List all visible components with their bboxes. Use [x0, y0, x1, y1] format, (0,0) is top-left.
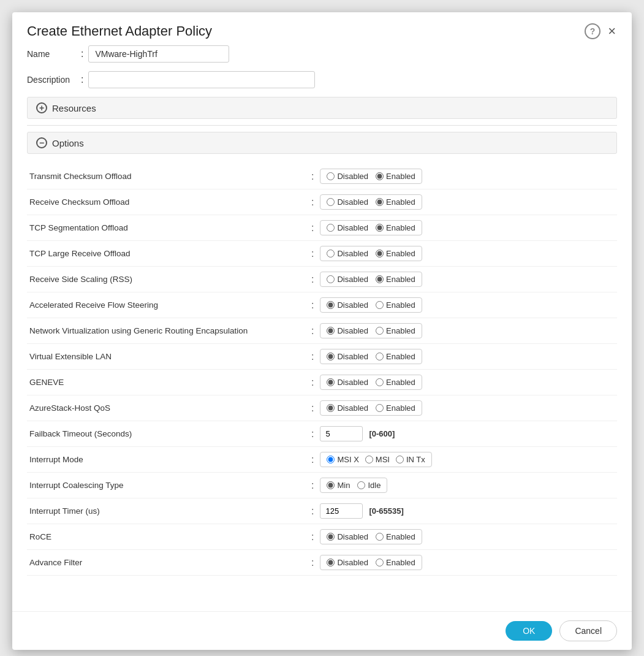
- receive-checksum-radio-group: Disabled Enabled: [320, 194, 422, 210]
- description-colon: :: [81, 74, 83, 85]
- options-content: Transmit Checksum Offload : Disabled Ena…: [27, 160, 617, 576]
- transmit-checksum-enabled-radio[interactable]: [376, 172, 384, 180]
- advance-filter-disabled-radio[interactable]: [327, 559, 335, 566]
- header-icons: ? ×: [585, 23, 617, 39]
- azurestack-qos-enabled-label[interactable]: Enabled: [376, 403, 415, 413]
- roce-disabled-radio[interactable]: [327, 533, 335, 541]
- description-input[interactable]: [88, 71, 315, 88]
- cancel-button[interactable]: Cancel: [559, 620, 617, 641]
- accelerated-receive-label: Accelerated Receive Flow Steering: [27, 300, 309, 310]
- resources-section-header[interactable]: + Resources: [27, 97, 617, 119]
- interrupt-timer-row: Interrupt Timer (us) : [0-65535]: [27, 498, 617, 524]
- accelerated-receive-enabled-radio[interactable]: [376, 301, 384, 309]
- accelerated-receive-enabled-label[interactable]: Enabled: [376, 300, 415, 310]
- transmit-checksum-enabled-label[interactable]: Enabled: [376, 172, 415, 181]
- interrupt-mode-msi-radio[interactable]: [365, 456, 373, 463]
- tcp-large-receive-radio-group: Disabled Enabled: [320, 246, 422, 261]
- advance-filter-label: Advance Filter: [27, 558, 309, 567]
- interrupt-mode-msix-radio[interactable]: [327, 456, 335, 463]
- azurestack-qos-label: AzureStack-Host QoS: [27, 403, 309, 413]
- virtual-extensible-radio-group: Disabled Enabled: [320, 349, 422, 364]
- advance-filter-row: Advance Filter : Disabled Enabled: [27, 550, 617, 576]
- azurestack-qos-disabled-label[interactable]: Disabled: [327, 403, 368, 413]
- interrupt-coalescing-label: Interrupt Coalescing Type: [27, 481, 309, 490]
- interrupt-coalescing-min-radio[interactable]: [327, 481, 335, 489]
- dialog-body: Name : Description : + Resources − Optio…: [12, 45, 632, 611]
- geneve-disabled-radio[interactable]: [327, 378, 335, 386]
- tcp-segmentation-enabled-radio[interactable]: [376, 224, 384, 232]
- interrupt-mode-msi-label[interactable]: MSI: [365, 455, 390, 464]
- interrupt-timer-input[interactable]: [320, 503, 363, 519]
- interrupt-mode-intx-label[interactable]: IN Tx: [396, 455, 425, 464]
- virtual-extensible-enabled-radio[interactable]: [376, 353, 384, 360]
- tcp-large-receive-disabled-label[interactable]: Disabled: [327, 249, 368, 258]
- receive-side-scaling-disabled-label[interactable]: Disabled: [327, 275, 368, 284]
- advance-filter-enabled-label[interactable]: Enabled: [376, 558, 415, 567]
- receive-checksum-enabled-label[interactable]: Enabled: [376, 197, 415, 207]
- tcp-segmentation-disabled-radio[interactable]: [327, 224, 335, 232]
- azurestack-qos-disabled-radio[interactable]: [327, 404, 335, 412]
- help-button[interactable]: ?: [585, 23, 600, 39]
- name-label: Name: [27, 49, 76, 59]
- network-virtualization-enabled-radio[interactable]: [376, 327, 384, 335]
- accelerated-receive-disabled-radio[interactable]: [327, 301, 335, 309]
- transmit-checksum-disabled-radio[interactable]: [327, 172, 335, 180]
- virtual-extensible-enabled-label[interactable]: Enabled: [376, 352, 415, 361]
- geneve-enabled-radio[interactable]: [376, 378, 384, 386]
- options-collapse-icon: −: [36, 137, 47, 148]
- interrupt-coalescing-radio-group: Min Idle: [320, 478, 387, 493]
- transmit-checksum-disabled-label[interactable]: Disabled: [327, 172, 368, 181]
- create-ethernet-adapter-dialog: Create Ethernet Adapter Policy ? × Name …: [12, 12, 632, 650]
- interrupt-coalescing-idle-radio[interactable]: [357, 481, 365, 489]
- roce-enabled-label[interactable]: Enabled: [376, 532, 415, 541]
- receive-checksum-enabled-radio[interactable]: [376, 198, 384, 206]
- roce-label: RoCE: [27, 532, 309, 541]
- receive-side-scaling-enabled-radio[interactable]: [376, 275, 384, 283]
- interrupt-coalescing-row: Interrupt Coalescing Type : Min Idle: [27, 473, 617, 498]
- receive-checksum-row: Receive Checksum Offload : Disabled Enab…: [27, 189, 617, 215]
- azurestack-qos-enabled-radio[interactable]: [376, 404, 384, 412]
- dialog-title: Create Ethernet Adapter Policy: [27, 23, 212, 39]
- tcp-segmentation-disabled-label[interactable]: Disabled: [327, 223, 368, 232]
- roce-disabled-label[interactable]: Disabled: [327, 532, 368, 541]
- options-section-header[interactable]: − Options: [27, 132, 617, 154]
- interrupt-timer-range: [0-65535]: [369, 506, 403, 516]
- network-virtualization-disabled-label[interactable]: Disabled: [327, 326, 368, 335]
- dialog-header: Create Ethernet Adapter Policy ? ×: [12, 12, 632, 45]
- receive-side-scaling-row: Receive Side Scaling (RSS) : Disabled En…: [27, 267, 617, 292]
- geneve-disabled-label[interactable]: Disabled: [327, 378, 368, 387]
- network-virtualization-enabled-label[interactable]: Enabled: [376, 326, 415, 335]
- interrupt-coalescing-idle-label[interactable]: Idle: [357, 481, 381, 490]
- receive-side-scaling-disabled-radio[interactable]: [327, 275, 335, 283]
- close-button[interactable]: ×: [607, 23, 617, 39]
- receive-checksum-disabled-radio[interactable]: [327, 198, 335, 206]
- virtual-extensible-disabled-label[interactable]: Disabled: [327, 352, 368, 361]
- receive-checksum-disabled-label[interactable]: Disabled: [327, 197, 368, 207]
- network-virtualization-disabled-radio[interactable]: [327, 327, 335, 335]
- resources-expand-icon: +: [36, 102, 47, 113]
- ok-button[interactable]: OK: [506, 621, 552, 641]
- failback-timeout-range: [0-600]: [369, 429, 395, 438]
- name-input[interactable]: [88, 45, 229, 63]
- geneve-enabled-label[interactable]: Enabled: [376, 378, 415, 387]
- interrupt-mode-msix-label[interactable]: MSI X: [327, 455, 358, 464]
- virtual-extensible-disabled-radio[interactable]: [327, 353, 335, 360]
- accelerated-receive-disabled-label[interactable]: Disabled: [327, 300, 368, 310]
- receive-side-scaling-label: Receive Side Scaling (RSS): [27, 275, 309, 284]
- tcp-large-receive-disabled-radio[interactable]: [327, 250, 335, 257]
- tcp-large-receive-enabled-label[interactable]: Enabled: [376, 249, 415, 258]
- tcp-large-receive-enabled-radio[interactable]: [376, 250, 384, 257]
- roce-enabled-radio[interactable]: [376, 533, 384, 541]
- failback-timeout-input[interactable]: [320, 426, 363, 441]
- advance-filter-disabled-label[interactable]: Disabled: [327, 558, 368, 567]
- interrupt-mode-radio-group: MSI X MSI IN Tx: [320, 452, 431, 467]
- interrupt-coalescing-min-label[interactable]: Min: [327, 481, 350, 490]
- receive-side-scaling-enabled-label[interactable]: Enabled: [376, 275, 415, 284]
- tcp-segmentation-enabled-label[interactable]: Enabled: [376, 223, 415, 232]
- advance-filter-radio-group: Disabled Enabled: [320, 555, 422, 570]
- interrupt-mode-intx-radio[interactable]: [396, 456, 404, 463]
- dialog-footer: OK Cancel: [12, 611, 632, 650]
- name-row: Name :: [27, 45, 617, 63]
- azurestack-qos-row: AzureStack-Host QoS : Disabled Enabled: [27, 395, 617, 421]
- advance-filter-enabled-radio[interactable]: [376, 559, 384, 566]
